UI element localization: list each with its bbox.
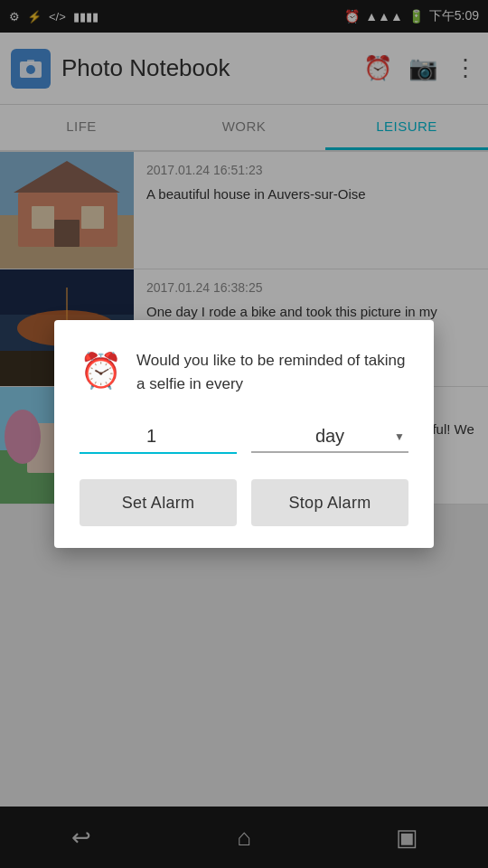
dialog-buttons: Set Alarm Stop Alarm [80,479,408,526]
unit-select-wrapper: day hour minute ▼ [251,420,408,453]
unit-select[interactable]: day hour minute [251,420,408,453]
modal-overlay: ⏰ Would you like to be reminded of takin… [0,0,488,868]
dialog-alarm-icon: ⏰ [80,351,122,391]
unit-input-group: day hour minute ▼ [251,420,408,454]
alarm-dialog: ⏰ Would you like to be reminded of takin… [54,320,434,548]
dialog-header: ⏰ Would you like to be reminded of takin… [80,349,408,395]
stop-alarm-button[interactable]: Stop Alarm [251,479,408,526]
interval-input[interactable] [80,420,237,454]
set-alarm-button[interactable]: Set Alarm [80,479,237,526]
dialog-message: Would you like to be reminded of taking … [136,349,408,395]
interval-input-group [80,420,237,454]
dialog-inputs: day hour minute ▼ [80,420,408,454]
